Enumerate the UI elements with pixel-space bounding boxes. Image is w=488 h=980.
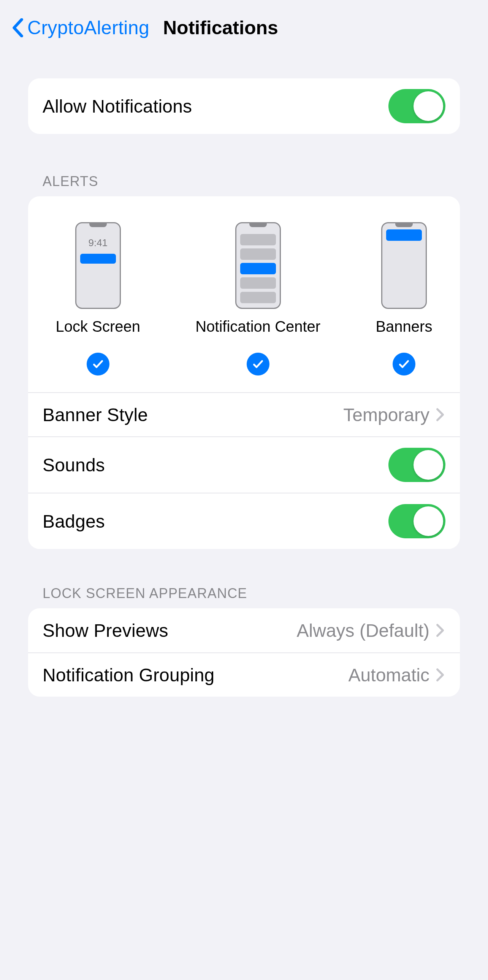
banners-phone-icon xyxy=(381,222,427,309)
allow-notifications-toggle[interactable] xyxy=(388,89,445,123)
lock-screen-time: 9:41 xyxy=(76,237,120,249)
allow-notifications-group: Allow Notifications xyxy=(28,78,460,134)
banner-style-value: Temporary xyxy=(343,404,429,425)
page-title: Notifications xyxy=(163,17,278,39)
badges-toggle[interactable] xyxy=(388,504,445,538)
banner-style-row[interactable]: Banner Style Temporary xyxy=(28,392,460,436)
alerts-group: 9:41 Lock Screen Notification xyxy=(28,196,460,549)
notification-grouping-label: Notification Grouping xyxy=(43,665,349,686)
notification-grouping-row[interactable]: Notification Grouping Automatic xyxy=(28,652,460,697)
notification-grouping-value: Automatic xyxy=(349,665,429,686)
alerts-preview-row: 9:41 Lock Screen Notification xyxy=(28,196,460,392)
badges-label: Badges xyxy=(43,511,388,532)
alerts-section-header: ALERTS xyxy=(28,173,460,196)
banners-option[interactable]: Banners xyxy=(376,222,432,375)
banners-label: Banners xyxy=(376,318,432,335)
allow-notifications-row: Allow Notifications xyxy=(28,78,460,134)
back-chevron-icon[interactable] xyxy=(10,18,26,38)
allow-notifications-label: Allow Notifications xyxy=(43,96,388,117)
show-previews-value: Always (Default) xyxy=(297,620,429,641)
chevron-right-icon xyxy=(435,667,445,683)
notification-center-checkmark-icon xyxy=(247,353,269,375)
lock-screen-appearance-header: LOCK SCREEN APPEARANCE xyxy=(28,585,460,608)
notification-center-label: Notification Center xyxy=(195,318,320,335)
chevron-right-icon xyxy=(435,406,445,423)
sounds-row: Sounds xyxy=(28,436,460,493)
sounds-label: Sounds xyxy=(43,455,388,476)
badges-row: Badges xyxy=(28,493,460,549)
sounds-toggle[interactable] xyxy=(388,448,445,482)
back-button-label[interactable]: CryptoAlerting xyxy=(27,17,149,39)
notification-center-phone-icon xyxy=(235,222,281,309)
lock-screen-phone-icon: 9:41 xyxy=(75,222,121,309)
show-previews-label: Show Previews xyxy=(43,620,297,641)
chevron-right-icon xyxy=(435,622,445,639)
navigation-bar: CryptoAlerting Notifications xyxy=(0,0,488,56)
lock-screen-label: Lock Screen xyxy=(56,318,140,335)
show-previews-row[interactable]: Show Previews Always (Default) xyxy=(28,608,460,652)
notification-center-option[interactable]: Notification Center xyxy=(195,222,320,375)
banners-checkmark-icon xyxy=(393,353,415,375)
lock-screen-option[interactable]: 9:41 Lock Screen xyxy=(56,222,140,375)
banner-style-label: Banner Style xyxy=(43,404,343,425)
lock-screen-checkmark-icon xyxy=(87,353,109,375)
lock-screen-appearance-group: Show Previews Always (Default) Notificat… xyxy=(28,608,460,697)
